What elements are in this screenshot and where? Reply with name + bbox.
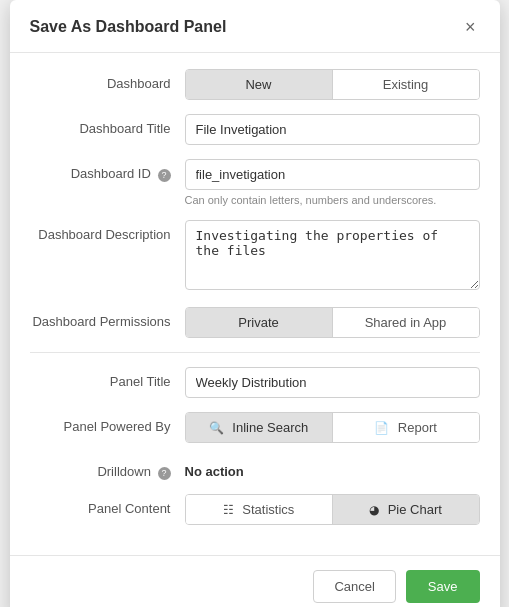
dashboard-description-textarea[interactable]: [185, 220, 480, 290]
panel-content-label: Panel Content: [30, 494, 185, 516]
panel-content-toggle: ☷ Statistics ◕ Pie Chart: [185, 494, 480, 525]
dashboard-title-label: Dashboard Title: [30, 114, 185, 136]
panel-content-statistics-button[interactable]: ☷ Statistics: [186, 495, 333, 524]
powered-by-toggle: 🔍 Inline Search 📄 Report: [185, 412, 480, 443]
dashboard-label: Dashboard: [30, 69, 185, 91]
dashboard-row: Dashboard New Existing: [30, 69, 480, 100]
modal-body: Dashboard New Existing Dashboard Title D…: [10, 53, 500, 555]
panel-powered-by-label: Panel Powered By: [30, 412, 185, 434]
statistics-icon: ☷: [223, 503, 234, 517]
drilldown-help-icon[interactable]: ?: [158, 467, 171, 480]
dashboard-id-label: Dashboard ID ?: [30, 159, 185, 182]
dashboard-existing-button[interactable]: Existing: [333, 70, 479, 99]
panel-powered-by-control: 🔍 Inline Search 📄 Report: [185, 412, 480, 443]
drilldown-label: Drilldown ?: [30, 457, 185, 480]
dashboard-id-input[interactable]: [185, 159, 480, 190]
panel-content-row: Panel Content ☷ Statistics ◕ Pie Chart: [30, 494, 480, 525]
permissions-toggle: Private Shared in App: [185, 307, 480, 338]
dashboard-permissions-row: Dashboard Permissions Private Shared in …: [30, 307, 480, 338]
section-divider: [30, 352, 480, 353]
dashboard-id-hint: Can only contain letters, numbers and un…: [185, 194, 480, 206]
drilldown-value: No action: [185, 457, 480, 479]
modal-title: Save As Dashboard Panel: [30, 18, 227, 36]
drilldown-row: Drilldown ? No action: [30, 457, 480, 480]
dashboard-title-input[interactable]: [185, 114, 480, 145]
panel-powered-by-row: Panel Powered By 🔍 Inline Search 📄 Repor…: [30, 412, 480, 443]
dashboard-permissions-label: Dashboard Permissions: [30, 307, 185, 329]
dashboard-new-button[interactable]: New: [186, 70, 333, 99]
permissions-shared-button[interactable]: Shared in App: [333, 308, 479, 337]
dashboard-title-control: [185, 114, 480, 145]
save-as-dashboard-panel-modal: Save As Dashboard Panel × Dashboard New …: [10, 0, 500, 607]
close-button[interactable]: ×: [461, 16, 480, 38]
dashboard-description-control: [185, 220, 480, 293]
panel-content-pie-chart-button[interactable]: ◕ Pie Chart: [333, 495, 479, 524]
modal-footer: Cancel Save: [10, 555, 500, 607]
cancel-button[interactable]: Cancel: [313, 570, 395, 603]
dashboard-toggle-group: New Existing: [185, 69, 480, 100]
dashboard-description-label: Dashboard Description: [30, 220, 185, 242]
dashboard-toggle: New Existing: [185, 69, 480, 100]
panel-title-row: Panel Title: [30, 367, 480, 398]
search-icon: 🔍: [209, 421, 224, 435]
modal-header: Save As Dashboard Panel ×: [10, 0, 500, 53]
dashboard-description-row: Dashboard Description: [30, 220, 480, 293]
powered-by-report-button[interactable]: 📄 Report: [333, 413, 479, 442]
report-icon: 📄: [374, 421, 389, 435]
panel-content-control: ☷ Statistics ◕ Pie Chart: [185, 494, 480, 525]
panel-title-label: Panel Title: [30, 367, 185, 389]
panel-title-input[interactable]: [185, 367, 480, 398]
dashboard-id-help-icon[interactable]: ?: [158, 169, 171, 182]
dashboard-id-control: Can only contain letters, numbers and un…: [185, 159, 480, 206]
save-button[interactable]: Save: [406, 570, 480, 603]
powered-by-inline-search-button[interactable]: 🔍 Inline Search: [186, 413, 333, 442]
permissions-private-button[interactable]: Private: [186, 308, 333, 337]
pie-chart-icon: ◕: [369, 503, 379, 517]
dashboard-id-row: Dashboard ID ? Can only contain letters,…: [30, 159, 480, 206]
dashboard-title-row: Dashboard Title: [30, 114, 480, 145]
panel-title-control: [185, 367, 480, 398]
dashboard-permissions-control: Private Shared in App: [185, 307, 480, 338]
